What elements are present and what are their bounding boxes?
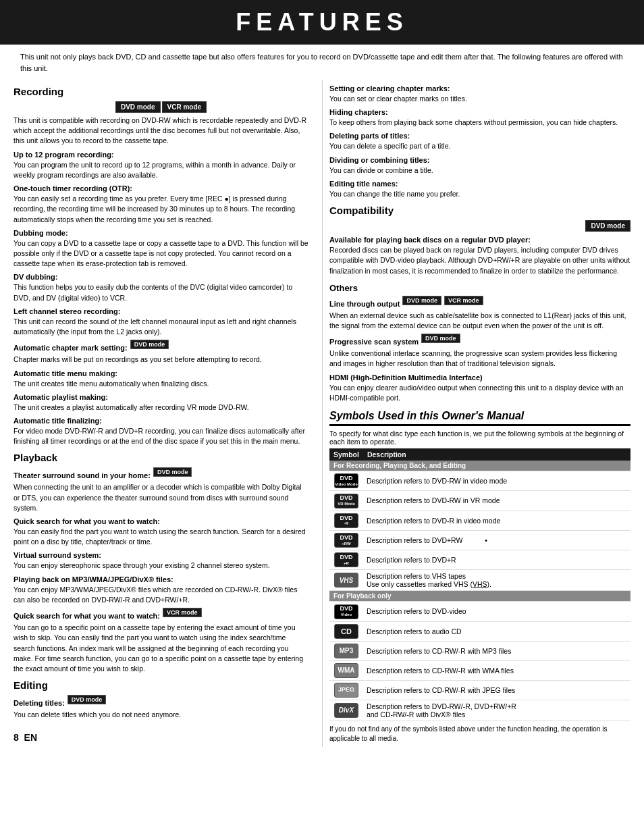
editing-sub-1: Deleting titles: DVD mode You can delete… [14,695,308,720]
recording-more-2-title: Automatic playlist making: [14,393,308,401]
dvd-vr-mode-icon: DVD VR Mode [334,494,358,509]
line-through-section: Line through output DVD mode VCR mode Wh… [329,296,630,331]
edit-cont-1-title: Setting or clearing chapter marks: [329,84,630,93]
symbol-row-dvd-prw: DVD +RW Description refers to DVD+RW • [329,530,630,550]
dvd-video-mode-icon: DVD Video Mode [334,473,358,488]
col-symbol: Symbol [329,448,363,461]
symbol-row-cd: CD Description refers to audio CD [329,621,630,641]
dvd-pr-icon: DVD +R [334,552,358,567]
playback-sub-3-text: You can enjoy stereophonic space through… [14,561,308,571]
jpeg-icon: JPEG [334,683,358,698]
symbol-row-vhs: VHS Description refers to VHS tapesUse o… [329,570,630,591]
recording-sub-4-text: This function helps you to easily dub th… [14,282,308,303]
line-dvd-badge: DVD mode [402,296,441,305]
mp3-icon: MP3 [334,644,358,658]
recording-sub-3-title: Dubbing mode: [14,229,308,237]
dvd-mode-badge: DVD mode [115,101,161,113]
symbol-cd: CD [329,621,363,641]
vcr-search-text: You can go to a specific point on a cass… [14,623,308,674]
playback-group-label: For Playback only [329,591,630,602]
vhs-icon: VHS [334,573,358,588]
desc-wma: Description refers to CD-RW/-R with WMA … [363,660,630,680]
desc-dvd-prw: Description refers to DVD+RW • [363,530,630,550]
progressive-title: Progressive scan system [329,338,419,346]
recording-group-label: For Recording, Playing Back, and Editing [329,461,630,471]
page-title: FEATURES [236,8,408,36]
symbols-footer-note: If you do not find any of the symbols li… [329,725,630,744]
symbol-row-mp3: MP3 Description refers to CD-RW/-R with … [329,641,630,660]
editing-continued: Setting or clearing chapter marks: You c… [329,84,630,199]
edit-cont-3: Deleting parts of titles: You can delete… [329,132,630,151]
symbol-divx: DivX [329,700,363,721]
progressive-badge: DVD mode [421,334,460,343]
symbol-jpeg: JPEG [329,680,363,700]
symbol-dvd-vr-mode: DVD VR Mode [329,491,363,511]
recording-more-1-text: The unit creates title menu automaticall… [14,379,308,389]
playback-sub-3-title: Virtual surround system: [14,551,308,559]
recording-sub-4-title: DV dubbing: [14,273,308,281]
edit-cont-1: Setting or clearing chapter marks: You c… [329,84,630,104]
dvd-video-icon: DVD Video [334,604,358,619]
playback-sub-2: Quick search for what you want to watch:… [14,517,308,547]
wma-icon: WMA [334,663,358,678]
playback-sub-2-title: Quick search for what you want to watch: [14,517,308,525]
theater-badge: DVD mode [153,467,192,477]
edit-cont-5: Editing title names: You can change the … [329,180,630,199]
recording-sub-5: Left channel stereo recording: This unit… [14,307,308,337]
edit-cont-2-title: Hiding chapters: [329,108,630,116]
symbol-dvd-video: DVD Video [329,602,363,621]
desc-dvd-r: Description refers to DVD-R in video mod… [363,511,630,530]
theater-text: When connecting the unit to an amplifier… [14,482,308,513]
symbols-intro: To specify for what disc type each funct… [329,429,630,446]
recording-more-1-title: Automatic title menu making: [14,369,308,377]
theater-header: Theater surround sound in your home: DVD… [14,467,308,481]
recording-group-header: For Recording, Playing Back, and Editing [329,461,630,471]
edit-cont-3-title: Deleting parts of titles: [329,132,630,140]
others-section: Others Line through output DVD mode VCR … [329,283,630,403]
header-bar: FEATURES [0,0,644,45]
divx-icon: DivX [334,703,358,718]
edit-cont-2: Hiding chapters: To keep others from pla… [329,108,630,128]
progressive-text: Unlike conventional interlace scanning, … [329,348,630,369]
symbol-vhs: VHS [329,570,363,591]
auto-chapter-text: Chapter marks will be put on recordings … [14,355,308,365]
left-column: Recording DVD mode VCR mode This unit is… [14,80,322,747]
symbol-row-dvd-vr-mode: DVD VR Mode Description refers to DVD-RW… [329,491,630,511]
page: FEATURES This unit not only plays back D… [0,0,644,834]
edit-cont-2-text: To keep others from playing back some ch… [329,118,630,128]
hdmi-section: HDMI (High-Definition Multimedia Interfa… [329,373,630,403]
hdmi-text: You can enjoy clearer audio/video output… [329,383,630,403]
symbols-table: Symbol Description For Recording, Playin… [329,448,630,721]
auto-chapter-badge: DVD mode [130,340,169,349]
col-description: Description [363,448,630,461]
symbol-row-dvd-pr: DVD +R Description refers to DVD+R [329,550,630,570]
recording-sub-2-text: You can easily set a recording time as y… [14,194,308,225]
recording-intro: This unit is compatible with recording o… [14,115,308,147]
auto-chapter-title: Automatic chapter mark setting: [14,344,128,352]
desc-dvd-pr: Description refers to DVD+R [363,550,630,570]
page-number: 8 EN [14,732,37,743]
playback-sub-3: Virtual surround system: You can enjoy s… [14,551,308,571]
edit-cont-1-text: You can set or clear chapter marks on ti… [329,94,630,104]
desc-dvd-video: Description refers to DVD-video [363,602,630,621]
vcr-search-title: Quick search for what you want to watch: [14,612,160,620]
desc-divx: Description refers to DVD-RW/-R, DVD+RW/… [363,700,630,721]
right-column: Setting or clearing chapter marks: You c… [322,80,630,747]
compat-sub-1-text: Recorded discs can be played back on reg… [329,245,630,276]
recording-sub-1-text: You can program the unit to record up to… [14,160,308,180]
recording-more-3-title: Automatic title finalizing: [14,417,308,425]
symbol-dvd-r: DVD -R [329,511,363,530]
compatibility-section: Compatibility DVD mode Available for pla… [329,205,630,276]
hdmi-title: HDMI (High-Definition Multimedia Interfa… [329,373,630,382]
dvd-r-icon: DVD -R [334,513,358,528]
compat-sub-1: Available for playing back discs on a re… [329,236,630,276]
recording-more-3: Automatic title finalizing: For video mo… [14,417,308,446]
recording-more-2-text: The unit creates a playlist automaticall… [14,402,308,413]
progressive-section: Progressive scan system DVD mode Unlike … [329,334,630,369]
intro-text: This unit not only plays back DVD, CD an… [0,51,644,80]
recording-more-1: Automatic title menu making: The unit cr… [14,369,308,389]
compat-sub-1-title: Available for playing back discs on a re… [329,236,630,244]
playback-sub-4-text: You can enjoy MP3/WMA/JPEG/DivX® files w… [14,585,308,605]
main-columns: Recording DVD mode VCR mode This unit is… [0,80,644,747]
edit-cont-3-text: You can delete a specific part of a titl… [329,141,630,151]
